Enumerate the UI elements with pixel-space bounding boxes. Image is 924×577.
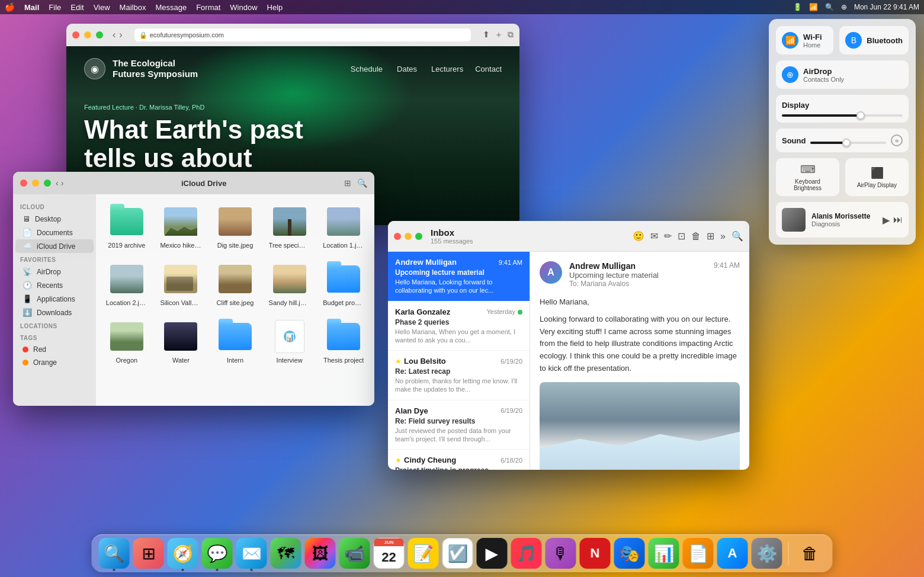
dock-calendar[interactable]: JUN 22 <box>374 538 405 569</box>
archive-icon[interactable]: ⊡ <box>678 230 685 242</box>
finder-item-location1[interactable]: Location 1.jpeg <box>319 200 368 253</box>
apple-menu[interactable]: 🍎 <box>5 2 15 12</box>
finder-item-location2[interactable]: Location 2.jpeg <box>102 258 152 310</box>
search-icon[interactable]: 🔍 <box>825 3 834 11</box>
browser-back[interactable]: ‹ <box>113 30 116 40</box>
nav-schedule[interactable]: Schedule <box>351 65 383 73</box>
dock-notes[interactable]: 📝 <box>408 538 439 569</box>
dock-messages[interactable]: 💬 <box>202 538 233 569</box>
dock-appletv[interactable]: ▶ <box>477 538 508 569</box>
finder-maximize[interactable] <box>44 179 51 187</box>
cc-sound-knob[interactable] <box>842 139 851 147</box>
sidebar-item-airdrop[interactable]: 📡 AirDrop <box>15 265 94 278</box>
finder-view-toggle[interactable]: ⊞ <box>344 178 351 188</box>
dock-reminders[interactable]: ☑️ <box>442 538 473 569</box>
finder-item-dig[interactable]: Dig site.jpeg <box>210 200 260 253</box>
new-tab-icon[interactable]: ＋ <box>495 30 503 40</box>
finder-item-oregon[interactable]: Oregon <box>102 315 152 368</box>
finder-minimize[interactable] <box>32 179 39 187</box>
dock-numbers[interactable]: 📊 <box>649 538 679 569</box>
finder-item-intern[interactable]: Intern <box>210 315 260 368</box>
cc-sound-slider[interactable] <box>810 142 886 144</box>
cc-display-knob[interactable] <box>856 111 865 120</box>
sidebar-item-icloud[interactable]: ☁️ iCloud Drive <box>15 239 94 253</box>
menu-window[interactable]: Window <box>230 3 257 12</box>
finder-item-cliff[interactable]: Cliff site.jpeg <box>210 258 260 310</box>
more-icon[interactable]: » <box>720 231 726 242</box>
mail-item-2[interactable]: ★ Lou Belsito 6/19/20 Re: Latest recap N… <box>388 351 530 400</box>
folder-move-icon[interactable]: ⊞ <box>707 230 714 242</box>
finder-item-sandy[interactable]: Sandy hill.jpeg <box>265 258 315 310</box>
compose-icon[interactable]: 🙂 <box>633 230 644 242</box>
mail-maximize[interactable] <box>415 233 422 240</box>
dock-facetime[interactable]: 📹 <box>339 538 370 569</box>
sidebar-item-desktop[interactable]: 🖥 Desktop <box>15 212 94 226</box>
dock-keynote[interactable]: 🎭 <box>614 538 645 569</box>
sidebar-tag-orange[interactable]: Orange <box>15 356 94 369</box>
close-button[interactable] <box>72 31 79 39</box>
menu-view[interactable]: View <box>94 3 110 12</box>
dock-launchpad[interactable]: ⊞ <box>133 538 164 569</box>
finder-item-mexico[interactable]: Mexico hike.jpeg <box>156 200 206 253</box>
cc-display-slider[interactable] <box>782 114 903 117</box>
dock-podcasts[interactable]: 🎙 <box>546 538 576 569</box>
finder-item-water[interactable]: Water <box>156 315 206 368</box>
menu-file[interactable]: File <box>49 3 61 12</box>
browser-url-bar[interactable]: 🔒 ecofuturesymposium.com <box>134 28 471 41</box>
share-icon[interactable]: ⬆ <box>483 30 490 40</box>
finder-item-valley[interactable]: Silicon Valley.gif <box>156 258 206 310</box>
menu-edit[interactable]: Edit <box>70 3 84 12</box>
finder-item-archive[interactable]: 2019 archive <box>102 200 152 253</box>
nav-lecturers[interactable]: Lecturers <box>431 65 463 73</box>
app-name[interactable]: Mail <box>24 3 39 12</box>
dock-appstore[interactable]: A <box>717 538 748 569</box>
menu-mailbox[interactable]: Mailbox <box>120 3 146 12</box>
menu-format[interactable]: Format <box>196 3 220 12</box>
mail-item-1[interactable]: Karla Gonzalez Yesterday Phase 2 queries… <box>388 302 530 351</box>
finder-close[interactable] <box>20 179 27 187</box>
dock-finder[interactable]: 🔍 <box>99 538 130 569</box>
siri-icon[interactable]: ⊕ <box>841 3 847 11</box>
menu-help[interactable]: Help <box>267 3 283 12</box>
maximize-button[interactable] <box>96 31 103 39</box>
dock-mail[interactable]: ✉️ <box>236 538 267 569</box>
finder-item-tree[interactable]: Tree specimen.jpeg <box>265 200 315 253</box>
mail-icon[interactable]: ✉ <box>650 230 658 242</box>
finder-item-budget[interactable]: Budget proposals <box>319 258 368 310</box>
dock-news[interactable]: N <box>580 538 611 569</box>
dock-music[interactable]: 🎵 <box>511 538 542 569</box>
mail-item-3[interactable]: Alan Dye 6/19/20 Re: Field survey result… <box>388 400 530 450</box>
nav-dates[interactable]: Dates <box>397 65 417 73</box>
edit-icon[interactable]: ✏ <box>664 230 672 242</box>
finder-item-thesis[interactable]: Thesis project <box>319 315 368 368</box>
minimize-button[interactable] <box>84 31 91 39</box>
cc-bluetooth-tile[interactable]: B Bluetooth <box>839 26 909 55</box>
trash-icon[interactable]: 🗑 <box>691 231 701 242</box>
sidebar-item-recents[interactable]: 🕐 Recents <box>15 278 94 292</box>
mail-search-icon[interactable]: 🔍 <box>732 230 743 242</box>
dock-safari[interactable]: 🧭 <box>168 538 198 569</box>
mail-item-4[interactable]: ★ Cindy Cheung 6/18/20 Project timeline … <box>388 450 530 470</box>
mail-minimize[interactable] <box>405 233 412 240</box>
cc-keyboard-tile[interactable]: ⌨ Keyboard Brightness <box>776 158 839 196</box>
dock-pages[interactable]: 📄 <box>683 538 714 569</box>
sidebar-icon[interactable]: ⧉ <box>508 30 514 40</box>
finder-back[interactable]: ‹ <box>56 178 59 188</box>
sidebar-item-documents[interactable]: 📄 Documents <box>15 226 94 239</box>
dock-photos[interactable]: 🖼 <box>305 538 336 569</box>
finder-search[interactable]: 🔍 <box>357 178 367 188</box>
sidebar-item-applications[interactable]: 📱 Applications <box>15 292 94 306</box>
dock-sysref[interactable]: ⚙️ <box>752 538 782 569</box>
dock-maps[interactable]: 🗺 <box>271 538 301 569</box>
sidebar-tag-red[interactable]: Red <box>15 343 94 356</box>
mail-close[interactable] <box>394 233 401 240</box>
cc-airdrop-tile[interactable]: ⊕ AirDrop Contacts Only <box>776 60 909 89</box>
nav-contact[interactable]: Contact <box>475 65 502 73</box>
dock-trash[interactable]: 🗑 <box>795 538 826 569</box>
browser-forward[interactable]: › <box>119 30 122 40</box>
cc-wifi-tile[interactable]: 📶 Wi-Fi Home <box>776 26 833 55</box>
finder-forward[interactable]: › <box>61 178 64 188</box>
sidebar-item-downloads[interactable]: ⬇️ Downloads <box>15 306 94 319</box>
skip-icon[interactable]: ⏭ <box>893 214 903 226</box>
mail-item-0[interactable]: Andrew Mulligan 9:41 AM Upcoming lecture… <box>388 252 530 302</box>
